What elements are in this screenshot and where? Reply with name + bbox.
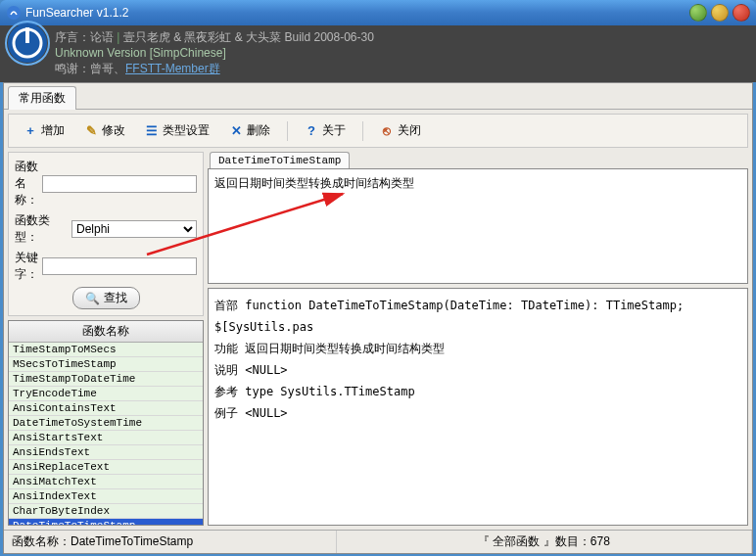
right-panel: DateTimeToTimeStamp 返回日期时间类型转换成时间结构类型 首部…: [208, 152, 748, 526]
delete-label: 删除: [247, 122, 270, 139]
close-window-button[interactable]: [732, 4, 750, 22]
ref-value: type SysUtils.TTimeStamp: [245, 385, 414, 398]
head-value: function DateTimeToTimeStamp(DateTime: T…: [214, 299, 684, 334]
toolbar: +增加 ✎修改 ☰类型设置 ✕删除 ?关于 ⎋关闭: [8, 114, 748, 148]
list-item[interactable]: TryEncodeTime: [9, 387, 203, 401]
list-icon: ☰: [145, 124, 159, 138]
header-line1b: 壹只老虎 & 黑夜彩虹 & 大头菜 Build 2008-06-30: [123, 30, 374, 44]
separator: [362, 121, 363, 141]
about-button[interactable]: ?关于: [296, 118, 354, 143]
maximize-button[interactable]: [711, 4, 729, 22]
header-group-link[interactable]: FFSTT-Member群: [125, 62, 220, 75]
keyword-input[interactable]: [42, 257, 197, 275]
search-button[interactable]: 🔍 查找: [72, 287, 140, 309]
list-item[interactable]: MSecsToTimeStamp: [9, 357, 203, 372]
list-item[interactable]: AnsiMatchText: [9, 475, 203, 489]
list-item[interactable]: TimeStampToMSecs: [9, 343, 203, 357]
list-item[interactable]: TimeStampToDateTime: [9, 372, 203, 387]
func-value: 返回日期时间类型转换成时间结构类型: [245, 342, 445, 355]
status-name-value: DateTimeToTimeStamp: [71, 534, 193, 548]
exit-icon: ⎋: [380, 124, 394, 138]
close-button[interactable]: ⎋关闭: [371, 118, 430, 143]
status-count: 『 全部函数 』数目：678: [337, 531, 752, 553]
svg-point-0: [7, 6, 21, 20]
list-item[interactable]: AnsiIndexText: [9, 489, 203, 504]
list-item[interactable]: AnsiContainsText: [9, 401, 203, 416]
tab-common-functions[interactable]: 常用函数: [8, 86, 76, 110]
types-label: 类型设置: [163, 122, 210, 139]
add-button[interactable]: +增加: [15, 118, 73, 143]
name-input[interactable]: [42, 175, 197, 193]
ref-label: 参考: [214, 385, 238, 398]
head-label: 首部: [214, 299, 238, 312]
about-label: 关于: [322, 122, 346, 139]
function-list[interactable]: 函数名称 TimeStampToMSecsMSecsToTimeStampTim…: [8, 320, 204, 526]
close-label: 关闭: [398, 122, 421, 139]
list-item[interactable]: AnsiStartsText: [9, 431, 203, 445]
header-line2: Unknown Version [SimpChinese]: [55, 45, 748, 61]
type-settings-button[interactable]: ☰类型设置: [136, 118, 218, 143]
client-area: 常用函数 +增加 ✎修改 ☰类型设置 ✕删除 ?关于 ⎋关闭 函数名称： 函数类…: [3, 82, 753, 554]
list-header: 函数名称: [9, 321, 203, 343]
keyword-label: 关键字：: [15, 250, 42, 283]
name-label: 函数名称：: [15, 159, 42, 208]
list-item[interactable]: AnsiEndsText: [9, 445, 203, 460]
type-select[interactable]: Delphi: [71, 220, 197, 238]
separator: [287, 121, 288, 141]
function-tab[interactable]: DateTimeToTimeStamp: [210, 152, 350, 168]
edit-label: 修改: [102, 122, 125, 139]
list-item[interactable]: AnsiReplaceText: [9, 460, 203, 475]
search-box: 函数名称： 函数类型： Delphi 关键字： 🔍 查找: [8, 152, 204, 316]
window-title: FunSearcher v1.1.2: [25, 6, 689, 20]
titlebar: FunSearcher v1.1.2: [0, 0, 756, 25]
func-label: 功能: [214, 342, 238, 355]
description-box[interactable]: 返回日期时间类型转换成时间结构类型: [208, 168, 748, 284]
header-thanks: 鸣谢：曾哥、: [55, 62, 125, 75]
status-name-label: 函数名称：: [12, 534, 71, 548]
detail-box[interactable]: 首部 function DateTimeToTimeStamp(DateTime…: [208, 288, 748, 526]
plus-icon: +: [24, 124, 37, 138]
main-tab-strip: 常用函数: [4, 83, 752, 110]
pencil-icon: ✎: [84, 124, 98, 138]
edit-button[interactable]: ✎修改: [75, 118, 134, 143]
logo-icon: [4, 20, 51, 67]
x-icon: ✕: [229, 124, 243, 138]
list-item[interactable]: DateTimeToTimeStamp: [9, 519, 203, 526]
desc-label: 说明: [214, 363, 238, 377]
list-item[interactable]: CharToByteIndex: [9, 504, 203, 519]
header-line1a: 序言：论语: [55, 30, 114, 44]
left-panel: 函数名称： 函数类型： Delphi 关键字： 🔍 查找: [8, 152, 204, 526]
add-label: 增加: [41, 122, 65, 139]
header-strip: 序言：论语 | 壹只老虎 & 黑夜彩虹 & 大头菜 Build 2008-06-…: [0, 25, 756, 82]
magnifier-icon: 🔍: [85, 292, 100, 305]
description-text: 返回日期时间类型转换成时间结构类型: [214, 176, 414, 190]
statusbar: 函数名称：DateTimeToTimeStamp 『 全部函数 』数目：678: [4, 530, 752, 553]
app-icon: [6, 5, 22, 21]
type-label: 函数类型：: [15, 212, 71, 246]
minimize-button[interactable]: [689, 4, 707, 22]
example-value: <NULL>: [245, 406, 287, 420]
desc-value: <NULL>: [245, 363, 287, 377]
svg-rect-3: [25, 27, 29, 43]
search-button-label: 查找: [104, 290, 127, 306]
list-item[interactable]: DateTimeToSystemTime: [9, 416, 203, 431]
help-icon: ?: [305, 124, 318, 138]
delete-button[interactable]: ✕删除: [220, 118, 279, 143]
example-label: 例子: [214, 406, 238, 420]
